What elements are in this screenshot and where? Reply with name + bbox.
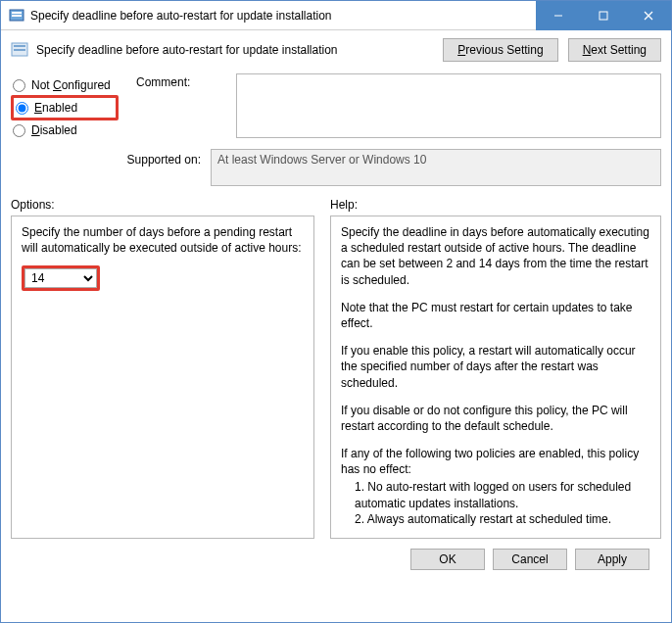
radio-disabled-input[interactable]	[13, 124, 25, 137]
options-description: Specify the number of days before a pend…	[22, 224, 304, 256]
apply-button[interactable]: Apply	[575, 549, 649, 570]
radio-not-configured-input[interactable]	[13, 79, 25, 92]
svg-rect-2	[12, 15, 22, 17]
help-p4: If you disable or do not configure this …	[341, 403, 650, 434]
policy-header: Specify deadline before auto-restart for…	[11, 38, 661, 62]
help-p3: If you enable this policy, a restart wil…	[341, 343, 650, 391]
previous-setting-button[interactable]: Previous Setting	[443, 38, 557, 62]
radio-not-configured[interactable]: Not Configured	[11, 75, 119, 95]
supported-on-label: Supported on:	[11, 149, 201, 167]
help-p2: Note that the PC must restart for certai…	[341, 300, 650, 331]
radio-disabled[interactable]: Disabled	[11, 120, 119, 140]
policy-icon	[11, 41, 28, 59]
options-pane: Specify the number of days before a pend…	[11, 216, 314, 539]
radio-enabled[interactable]: Enabled	[11, 95, 119, 120]
help-pane: Specify the deadline in days before auto…	[330, 216, 661, 539]
minimize-button[interactable]	[536, 1, 581, 30]
app-icon	[9, 8, 24, 24]
close-button[interactable]	[626, 1, 671, 30]
help-label: Help:	[330, 198, 358, 212]
ok-button[interactable]: OK	[410, 549, 485, 570]
help-p5b: 2. Always automatically restart at sched…	[341, 511, 650, 527]
help-p5a: 1. No auto-restart with logged on users …	[341, 479, 650, 510]
title-bar: Specify deadline before auto-restart for…	[1, 1, 671, 30]
supported-on-box: At least Windows Server or Windows 10	[211, 149, 661, 186]
svg-rect-8	[14, 45, 25, 47]
window-buttons	[536, 1, 671, 30]
comment-label: Comment:	[136, 75, 218, 140]
maximize-button[interactable]	[581, 1, 626, 30]
state-radio-group: Not Configured Enabled Disabled	[11, 73, 119, 141]
next-setting-button[interactable]: Next Setting	[568, 38, 661, 62]
comment-textarea[interactable]	[236, 73, 661, 138]
policy-title: Specify deadline before auto-restart for…	[36, 43, 435, 57]
options-label: Options:	[11, 198, 314, 212]
dialog-footer: OK Cancel Apply	[11, 539, 661, 580]
svg-rect-1	[12, 12, 22, 14]
help-p1: Specify the deadline in days before auto…	[341, 224, 650, 288]
cancel-button[interactable]: Cancel	[493, 549, 567, 570]
radio-enabled-input[interactable]	[16, 102, 28, 115]
days-select[interactable]: 14	[24, 268, 97, 288]
window-title: Specify deadline before auto-restart for…	[30, 9, 536, 23]
help-p5: If any of the following two policies are…	[341, 446, 650, 477]
supported-on-value: At least Windows Server or Windows 10	[217, 153, 426, 167]
svg-rect-4	[600, 12, 607, 20]
svg-rect-9	[14, 49, 25, 51]
